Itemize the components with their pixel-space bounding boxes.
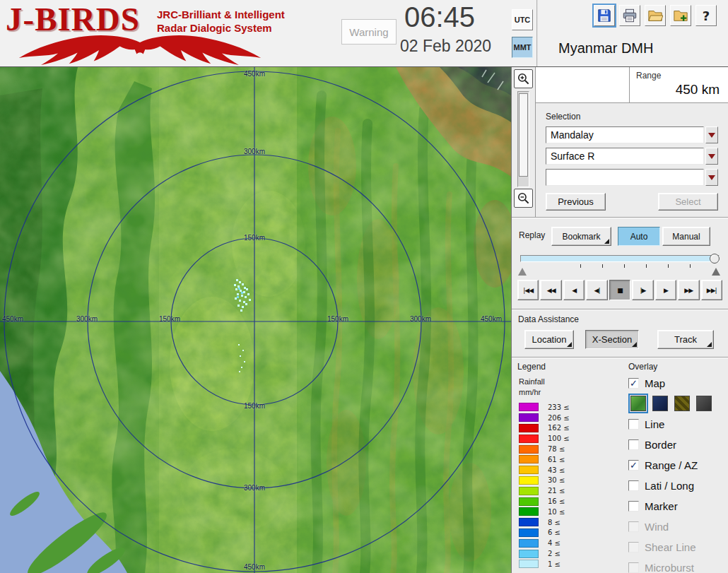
map-style-olive[interactable] xyxy=(674,396,690,411)
overlay-item-line[interactable]: Line xyxy=(628,414,725,435)
timeline-tick xyxy=(690,264,691,268)
checkbox[interactable] xyxy=(628,419,639,430)
data-assistance-section: Data Assistance Location X-Section Track xyxy=(512,309,728,357)
legend-threshold: 61 ≤ xyxy=(548,456,565,463)
save-icon[interactable] xyxy=(594,5,615,26)
legend-panel: Legend Rainfall mm/hr 233 ≤206 ≤162 ≤100… xyxy=(517,362,623,569)
radar-map-viewport[interactable]: 450km300km150km150km300km450km450km300km… xyxy=(0,67,511,573)
legend-threshold: 4 ≤ xyxy=(548,539,560,547)
checkbox xyxy=(628,521,639,532)
range-ring-label: 150km xyxy=(244,234,265,242)
export-image-icon[interactable] xyxy=(670,5,691,26)
legend-unit-line1: Rainfall xyxy=(519,377,623,387)
overlay-label: Overlay xyxy=(628,362,725,372)
overlay-item-map[interactable]: ✓ Map xyxy=(628,377,725,389)
legend-color-swatch xyxy=(519,528,539,537)
playback-skip-start-button[interactable]: |◀◀ xyxy=(517,280,539,300)
range-ring-label: 300km xyxy=(244,148,265,155)
map-style-terrain-green[interactable] xyxy=(630,396,646,411)
timeline-track[interactable] xyxy=(520,255,720,262)
select-button[interactable]: Select xyxy=(658,193,718,211)
track-button[interactable]: Track xyxy=(657,330,714,349)
map-style-dark-gray[interactable] xyxy=(696,396,712,411)
timeline-tick xyxy=(624,264,625,268)
overlay-item-border[interactable]: Border xyxy=(628,435,725,455)
legend-row: 4 ≤ xyxy=(519,538,623,548)
legend-threshold: 1 ≤ xyxy=(548,560,560,568)
previous-button[interactable]: Previous xyxy=(546,193,606,211)
overlay-item-marker[interactable]: Marker xyxy=(628,496,725,516)
option-dropdown-value[interactable] xyxy=(546,169,704,186)
chevron-down-icon[interactable] xyxy=(705,169,718,186)
overlay-label-map: Map xyxy=(645,377,665,389)
legend-row: 30 ≤ xyxy=(519,475,623,486)
timeline-start-marker[interactable] xyxy=(518,268,527,276)
overlay-panel: Overlay ✓ Map LineBorder✓Range / AZLati … xyxy=(628,362,725,573)
zoom-scrollbar[interactable] xyxy=(517,91,529,187)
timeline-end-marker[interactable] xyxy=(712,268,720,276)
print-icon[interactable] xyxy=(619,5,640,26)
chevron-down-icon[interactable] xyxy=(705,148,718,165)
overlay-item-microburst: Microburst xyxy=(628,557,725,573)
zoom-out-icon[interactable] xyxy=(514,189,533,208)
bookmark-button[interactable]: Bookmark xyxy=(551,227,611,246)
checkbox[interactable] xyxy=(628,439,639,450)
timeline-thumb[interactable] xyxy=(710,254,720,264)
checkbox xyxy=(628,562,639,573)
site-dropdown[interactable]: Mandalay xyxy=(546,126,718,143)
manual-button[interactable]: Manual xyxy=(662,227,710,246)
range-ring-label: 450km xyxy=(2,315,23,323)
auto-button[interactable]: Auto xyxy=(618,227,660,246)
selection-label: Selection xyxy=(546,112,580,122)
checkbox[interactable] xyxy=(628,480,639,491)
playback-fast-forward-button[interactable]: ▶▶ xyxy=(678,280,699,300)
legend-color-swatch xyxy=(519,550,539,558)
map-style-dark-navy[interactable] xyxy=(652,396,668,411)
legend-row: 1 ≤ xyxy=(519,559,623,569)
help-icon[interactable]: ? xyxy=(695,5,717,26)
legend-color-swatch xyxy=(519,445,539,454)
legend-threshold: 233 ≤ xyxy=(548,403,570,411)
eagle-logo-icon xyxy=(4,33,276,66)
playback-stop-button[interactable]: ■ xyxy=(609,280,630,300)
playback-step-back-button[interactable]: ◀| xyxy=(586,280,607,300)
playback-play-button[interactable]: ▶ xyxy=(655,280,676,300)
overlay-item-range-az[interactable]: ✓Range / AZ xyxy=(628,455,725,475)
range-display: Range 450 km xyxy=(536,67,728,103)
product-dropdown[interactable]: Surface R xyxy=(546,148,718,165)
open-folder-icon[interactable] xyxy=(645,5,666,26)
checkbox[interactable]: ✓ xyxy=(628,460,639,471)
mmt-toggle-button[interactable]: MMT xyxy=(512,37,533,58)
utc-toggle-button[interactable]: UTC xyxy=(512,9,533,30)
range-ring-label: 150km xyxy=(159,315,180,323)
overlay-item-wind: Wind xyxy=(628,516,725,537)
range-ring-label: 150km xyxy=(327,315,348,323)
chevron-down-icon[interactable] xyxy=(705,126,718,143)
x-section-button[interactable]: X-Section xyxy=(585,330,639,349)
overlay-item-lati-long[interactable]: Lati / Long xyxy=(628,475,725,496)
option-dropdown[interactable] xyxy=(546,169,718,186)
legend-threshold: 162 ≤ xyxy=(548,424,570,432)
checkbox[interactable] xyxy=(628,501,639,512)
overlay-item-label: Microburst xyxy=(645,562,694,573)
replay-timeline[interactable] xyxy=(520,253,720,277)
playback-step-forward-button[interactable]: |▶ xyxy=(632,280,653,300)
location-button[interactable]: Location xyxy=(524,330,574,349)
map-style-swatches xyxy=(630,396,725,411)
checkbox[interactable]: ✓ xyxy=(628,378,639,389)
playback-play-reverse-button[interactable]: ◀ xyxy=(563,280,585,300)
warning-indicator[interactable]: Warning xyxy=(341,19,397,45)
legend-color-swatch xyxy=(519,403,539,411)
site-dropdown-value[interactable]: Mandalay xyxy=(546,126,704,143)
product-dropdown-value[interactable]: Surface R xyxy=(546,148,704,165)
playback-fast-rewind-button[interactable]: ◀◀ xyxy=(540,280,561,300)
zoom-scrollbar-thumb[interactable] xyxy=(519,93,528,177)
zoom-in-icon[interactable] xyxy=(514,69,533,88)
timeline-tick xyxy=(646,264,647,268)
range-label: Range xyxy=(636,71,661,81)
legend-color-swatch xyxy=(519,507,539,516)
legend-threshold: 78 ≤ xyxy=(548,445,565,453)
legend-threshold: 2 ≤ xyxy=(548,550,560,557)
playback-skip-end-button[interactable]: ▶▶| xyxy=(701,280,722,300)
legend-row: 6 ≤ xyxy=(519,528,623,538)
